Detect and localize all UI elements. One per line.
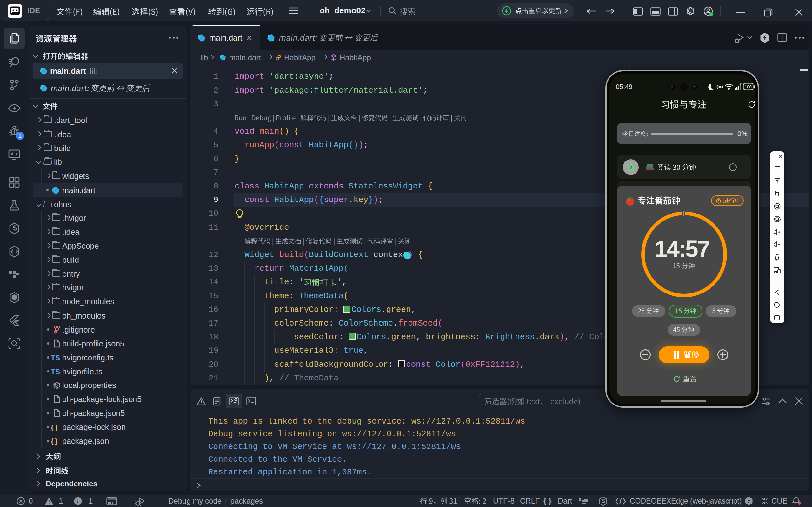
svg-text:100: 100	[745, 84, 752, 89]
